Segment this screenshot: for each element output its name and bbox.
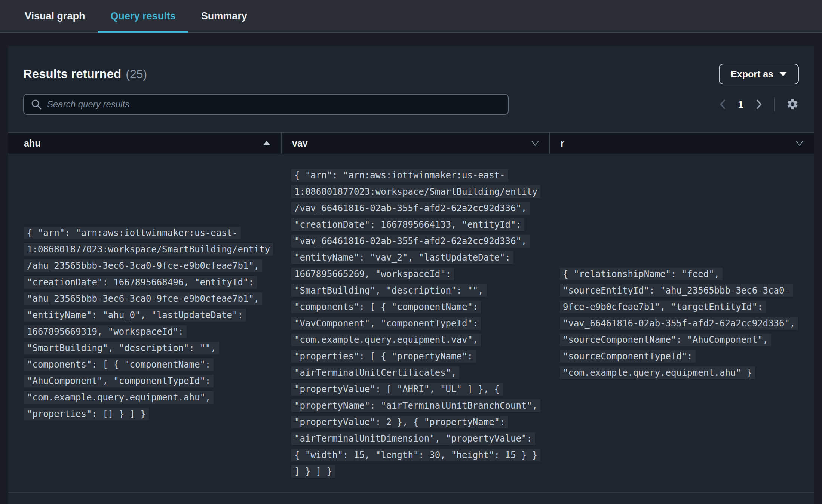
tab-summary[interactable]: Summary [188, 0, 260, 32]
next-page-button[interactable] [755, 98, 763, 110]
cell-ahu: { "arn": "arn:aws:iottwinmaker:us-east-1… [8, 154, 281, 492]
page-title: Results returned [23, 67, 121, 81]
query-results-panel: Results returned (25) Export as [8, 46, 814, 504]
export-as-label: Export as [731, 69, 773, 80]
column-label-r: r [561, 138, 564, 149]
cell-ahu-json: { "arn": "arn:aws:iottwinmaker:us-east-1… [24, 227, 273, 420]
table-controls: 1 [8, 94, 814, 115]
chevron-left-icon [719, 98, 727, 110]
export-as-button[interactable]: Export as [719, 64, 799, 84]
results-count: (25) [126, 67, 147, 81]
current-page-number[interactable]: 1 [738, 99, 743, 110]
sortable-icon [795, 140, 804, 146]
preferences-button[interactable] [786, 98, 799, 111]
tab-visual-graph[interactable]: Visual graph [12, 0, 98, 32]
search-box [23, 94, 509, 115]
tab-query-results[interactable]: Query results [98, 0, 188, 32]
sort-ascending-icon [262, 140, 271, 146]
column-header-r[interactable]: r [549, 133, 814, 154]
chevron-right-icon [755, 98, 763, 110]
cell-r: { "relationshipName": "feed", "sourceEnt… [549, 154, 814, 492]
table-header-row: ahu vav r [8, 132, 814, 154]
cell-vav-json: { "arn": "arn:aws:iottwinmaker:us-east-1… [291, 169, 540, 478]
search-input[interactable] [47, 99, 501, 110]
gear-icon [786, 98, 799, 111]
sortable-icon [531, 140, 540, 146]
table-row: { "arn": "arn:aws:iottwinmaker:us-east-1… [8, 154, 814, 493]
caret-down-icon [779, 72, 787, 76]
previous-page-button[interactable] [719, 98, 727, 110]
query-results-table: ahu vav r [8, 132, 814, 493]
pagination-divider [774, 97, 775, 111]
column-label-ahu: ahu [24, 138, 40, 149]
column-label-vav: vav [292, 138, 308, 149]
panel-header: Results returned (25) Export as [8, 46, 814, 83]
column-header-vav[interactable]: vav [281, 133, 549, 154]
pagination: 1 [719, 97, 799, 111]
search-icon [31, 99, 42, 110]
column-header-ahu[interactable]: ahu [8, 133, 281, 154]
tab-bar: Visual graph Query results Summary [0, 0, 822, 33]
cell-r-json: { "relationshipName": "feed", "sourceEnt… [560, 268, 798, 379]
cell-vav: { "arn": "arn:aws:iottwinmaker:us-east-1… [281, 154, 549, 492]
